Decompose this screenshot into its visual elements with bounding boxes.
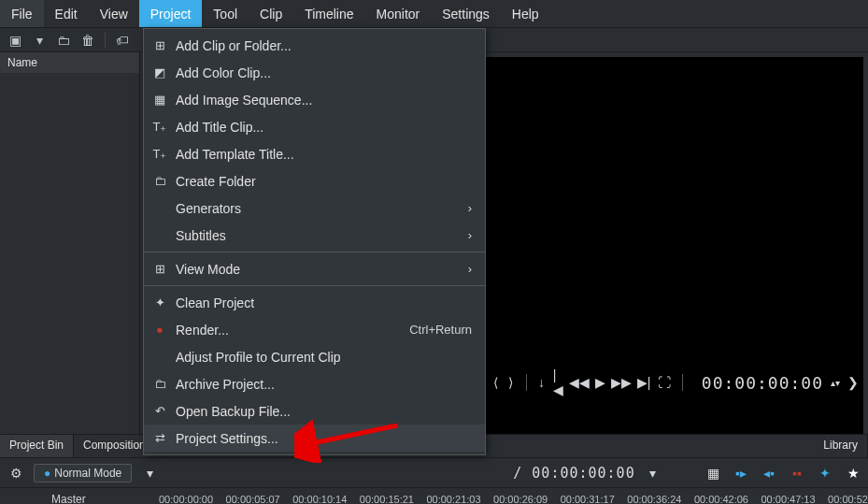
- marker3-icon[interactable]: ▪▪: [790, 466, 804, 481]
- adjust-profile-to-current-clip-icon: [151, 349, 168, 366]
- set-in-icon[interactable]: ↓: [537, 374, 545, 391]
- menu-item-label: Add Image Sequence...: [176, 93, 472, 108]
- forward-icon[interactable]: ▶▶: [613, 374, 630, 391]
- marker2-icon[interactable]: ◂▪: [761, 466, 776, 481]
- menu-item-label: View Mode: [176, 262, 468, 277]
- chevron-down-icon[interactable]: ▾: [32, 33, 47, 48]
- menu-item-label: Generators: [176, 201, 468, 216]
- menu-item-archive-project[interactable]: 🗀Archive Project...: [144, 370, 485, 397]
- timeline-ruler[interactable]: Master 00:00:00:00 00:00:05:07 00:00:10:…: [0, 488, 868, 504]
- menu-item-generators[interactable]: Generators›: [144, 194, 485, 222]
- menu-item-render[interactable]: ●Render...Ctrl+Return: [144, 316, 485, 343]
- project-bin-panel: Name: [0, 52, 140, 434]
- menu-item-create-folder[interactable]: 🗀Create Folder: [144, 167, 485, 194]
- submenu-arrow-icon: ›: [468, 228, 472, 242]
- generators-icon: [151, 200, 168, 217]
- menu-timeline[interactable]: Timeline: [293, 0, 364, 27]
- menu-project[interactable]: Project: [139, 0, 203, 27]
- menu-item-adjust-profile-to-current-clip[interactable]: Adjust Profile to Current Clip: [144, 343, 485, 370]
- menu-item-add-color-clip[interactable]: ◩Add Color Clip...: [144, 59, 485, 86]
- menu-edit[interactable]: Edit: [44, 0, 89, 27]
- monitor-timecode[interactable]: 00:00:00:00: [702, 373, 823, 393]
- menu-clip[interactable]: Clip: [249, 0, 293, 27]
- folder-add-icon[interactable]: 🗀: [56, 33, 71, 48]
- next-icon[interactable]: ❯: [847, 374, 859, 391]
- menu-item-label: Add Color Clip...: [176, 65, 472, 80]
- add-clip-or-folder-icon: ⊞: [151, 37, 168, 54]
- menu-file[interactable]: File: [0, 0, 44, 27]
- menu-tool[interactable]: Tool: [202, 0, 249, 27]
- chevron-down-icon[interactable]: ▾: [645, 465, 662, 482]
- bin-area[interactable]: [0, 73, 139, 434]
- menu-item-label: Open Backup File...: [176, 404, 472, 419]
- tick: 00:00:52: [828, 494, 868, 504]
- subtitles-icon: [151, 227, 168, 244]
- rewind-icon[interactable]: ◀◀: [571, 374, 588, 391]
- add-color-clip-icon: ◩: [151, 65, 168, 81]
- menu-item-label: Project Settings...: [176, 431, 472, 446]
- rewind-start-icon[interactable]: |◀: [553, 374, 563, 391]
- menu-item-open-backup-file[interactable]: ↶Open Backup File...: [144, 397, 485, 425]
- submenu-arrow-icon: ›: [468, 201, 472, 215]
- submenu-arrow-icon: ›: [468, 262, 472, 276]
- fx-icon[interactable]: ✦: [818, 466, 832, 481]
- menu-view[interactable]: View: [89, 0, 139, 27]
- timecode-spinner-icon[interactable]: ▴▾: [831, 374, 840, 391]
- menu-settings[interactable]: Settings: [431, 0, 501, 27]
- settings-icon[interactable]: ⚙: [7, 465, 24, 482]
- marker1-icon[interactable]: ▪▸: [733, 466, 748, 481]
- bin-name-header[interactable]: Name: [0, 52, 139, 73]
- normal-mode-button[interactable]: ●Normal Mode: [34, 464, 132, 482]
- menu-help[interactable]: Help: [501, 0, 550, 27]
- add-image-sequence-icon: ▦: [151, 92, 168, 108]
- add-clip-icon[interactable]: ▣: [7, 33, 22, 48]
- delete-icon[interactable]: 🗑: [80, 33, 95, 48]
- tick: 00:00:31:17: [561, 494, 615, 504]
- menu-item-label: Archive Project...: [176, 377, 472, 392]
- tick: 00:00:26:09: [493, 494, 548, 504]
- menubar: File Edit View Project Tool Clip Timelin…: [0, 0, 868, 28]
- transport-controls: ⟨ ⟩ ↓ |◀ ◀◀ ▶ ▶▶ ▶| ⛶ 00:00:00:00 ▴▾ ❯: [486, 367, 864, 398]
- tick: 00:00:05:07: [226, 494, 280, 504]
- add-title-clip-icon: T₊: [151, 119, 168, 136]
- tick: 00:00:21:03: [426, 494, 480, 504]
- menu-item-label: Add Template Title...: [176, 147, 472, 162]
- crop-icon[interactable]: ⛶: [658, 374, 671, 391]
- menu-monitor[interactable]: Monitor: [365, 0, 432, 27]
- menu-item-add-template-title[interactable]: T₊Add Template Title...: [144, 140, 485, 167]
- grid-icon[interactable]: ▦: [705, 466, 720, 481]
- tick: 00:00:36:24: [627, 494, 681, 504]
- menu-item-label: Subtitles: [176, 228, 468, 243]
- menu-item-subtitles[interactable]: Subtitles›: [144, 222, 485, 249]
- tab-project-bin[interactable]: Project Bin: [0, 435, 74, 457]
- zone-in-icon[interactable]: ⟨: [491, 374, 499, 391]
- play-icon[interactable]: ▶: [595, 374, 605, 391]
- timeline-ticks: 00:00:00:00 00:00:05:07 00:00:10:14 00:0…: [159, 494, 868, 504]
- menu-item-label: Create Folder: [176, 174, 472, 189]
- chevron-down-icon[interactable]: ▾: [141, 465, 158, 482]
- project-menu-dropdown: ⊞Add Clip or Folder...◩Add Color Clip...…: [143, 28, 486, 455]
- menu-item-add-clip-or-folder[interactable]: ⊞Add Clip or Folder...: [144, 32, 485, 59]
- tag-icon[interactable]: 🏷: [115, 33, 130, 48]
- master-track-label[interactable]: Master: [51, 493, 86, 504]
- zone-out-icon[interactable]: ⟩: [506, 374, 514, 391]
- tab-library[interactable]: Library: [814, 435, 868, 457]
- menu-item-clean-project[interactable]: ✦Clean Project: [144, 289, 485, 316]
- separator: [105, 33, 106, 48]
- menu-item-add-image-sequence[interactable]: ▦Add Image Sequence...: [144, 86, 485, 113]
- menu-separator: [144, 252, 485, 252]
- project-settings-icon: ⇄: [151, 430, 168, 447]
- timeline-toolbar: ⚙ ●Normal Mode ▾ / 00:00:00:00 ▾ ▦ ▪▸ ◂▪…: [0, 458, 868, 488]
- favorite-icon[interactable]: ★: [846, 466, 861, 481]
- tick: 00:00:10:14: [292, 494, 347, 504]
- render-icon: ●: [151, 322, 168, 338]
- menu-item-label: Clean Project: [176, 295, 472, 310]
- view-mode-icon: ⊞: [151, 261, 168, 278]
- timeline-duration: / 00:00:00:00: [513, 465, 634, 482]
- forward-end-icon[interactable]: ▶|: [637, 374, 651, 391]
- menu-item-label: Add Title Clip...: [176, 120, 472, 135]
- menu-item-view-mode[interactable]: ⊞View Mode›: [144, 255, 485, 282]
- clean-project-icon: ✦: [151, 295, 168, 311]
- menu-item-add-title-clip[interactable]: T₊Add Title Clip...: [144, 113, 485, 140]
- menu-item-project-settings[interactable]: ⇄Project Settings...: [144, 425, 485, 452]
